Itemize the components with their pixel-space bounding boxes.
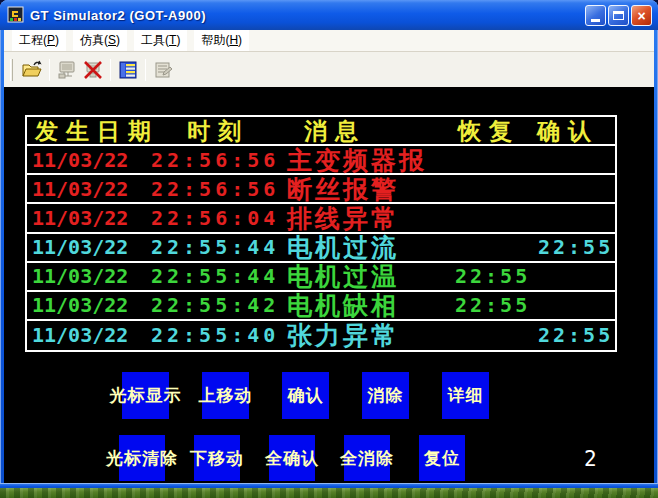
simulate-stop-button[interactable] <box>80 57 106 83</box>
clear-button[interactable]: 消除 <box>362 372 409 419</box>
header-recovery: 恢复 <box>458 115 520 146</box>
minimize-button[interactable] <box>585 5 606 26</box>
alarm-time: 22:55:42 <box>151 293 279 317</box>
alarm-message: 断丝报警 <box>287 172 399 205</box>
alarm-row[interactable]: 11/03/22 22:55:40 张力异常 22:55 <box>27 321 615 350</box>
open-folder-icon <box>21 60 43 80</box>
detail-button[interactable]: 详细 <box>442 372 489 419</box>
alarm-row[interactable]: 11/03/22 22:55:44 电机过流 22:55 <box>27 234 615 263</box>
device-monitor-button[interactable] <box>115 57 141 83</box>
alarm-date: 11/03/22 <box>32 148 128 172</box>
alarm-header-row: 发生日期 时刻 消息 恢复 确认 <box>27 117 615 146</box>
minimize-icon <box>591 19 600 22</box>
properties-icon <box>152 60 174 80</box>
alarm-recovery-time: 22:55 <box>455 264 530 288</box>
alarm-time: 22:56:04 <box>151 206 279 230</box>
alarm-message: 电机过温 <box>287 260 399 293</box>
simulate-start-button <box>54 57 80 83</box>
header-ack: 确认 <box>537 115 599 146</box>
alarm-row[interactable]: 11/03/22 22:56:04 排线异常 <box>27 204 615 233</box>
alarm-time: 22:55:44 <box>151 264 279 288</box>
alarm-recovery-time: 22:55 <box>455 293 530 317</box>
application-window: GT Simulator2 (GOT-A900) × 工程(P) 仿真(S) 工… <box>0 0 658 490</box>
toolbar-separator <box>49 59 50 81</box>
toolbar-separator <box>145 59 146 81</box>
cursor-clear-button[interactable]: 光标清除 <box>119 435 165 481</box>
ack-button[interactable]: 确认 <box>282 372 329 419</box>
alarm-message: 电机缺相 <box>287 289 399 322</box>
alarm-row[interactable]: 11/03/22 22:56:56 断丝报警 <box>27 175 615 204</box>
header-time: 时刻 <box>187 115 249 146</box>
alarm-date: 11/03/22 <box>32 206 128 230</box>
app-icon <box>7 6 25 24</box>
alarm-date: 11/03/22 <box>32 293 128 317</box>
got-screen: 发生日期 时刻 消息 恢复 确认 11/03/22 22:56:56 主变频器报… <box>4 87 654 483</box>
close-icon: × <box>637 8 645 24</box>
maximize-button[interactable] <box>608 5 629 26</box>
page-number: 2 <box>584 447 597 471</box>
cursor-show-button[interactable]: 光标显示 <box>122 372 169 419</box>
ack-all-button[interactable]: 全确认 <box>269 435 315 481</box>
alarm-message: 排线异常 <box>287 201 399 234</box>
menu-item-simulate[interactable]: 仿真(S) <box>73 30 127 51</box>
alarm-time: 22:55:44 <box>151 235 279 259</box>
alarm-row[interactable]: 11/03/22 22:55:44 电机过温 22:55 <box>27 263 615 292</box>
device-monitor-icon <box>117 60 139 80</box>
clear-all-button[interactable]: 全消除 <box>344 435 390 481</box>
alarm-row[interactable]: 11/03/22 22:56:56 主变频器报 <box>27 146 615 175</box>
window-title: GT Simulator2 (GOT-A900) <box>30 8 206 23</box>
alarm-date: 11/03/22 <box>32 177 128 201</box>
alarm-time: 22:56:56 <box>151 177 279 201</box>
menubar: 工程(P) 仿真(S) 工具(T) 帮助(H) <box>4 30 654 52</box>
move-down-button[interactable]: 下移动 <box>194 435 240 481</box>
simulate-stop-icon <box>82 60 104 80</box>
toolbar <box>4 52 654 87</box>
header-date: 发生日期 <box>35 115 159 146</box>
alarm-date: 11/03/22 <box>32 323 128 347</box>
titlebar[interactable]: GT Simulator2 (GOT-A900) × <box>0 0 658 30</box>
alarm-message: 张力异常 <box>287 319 399 352</box>
alarm-message: 主变频器报 <box>287 143 427 176</box>
close-button[interactable]: × <box>631 5 652 26</box>
alarm-row[interactable]: 11/03/22 22:55:42 电机缺相 22:55 <box>27 292 615 321</box>
desktop-wallpaper-grass <box>0 488 658 498</box>
move-up-button[interactable]: 上移动 <box>202 372 249 419</box>
reset-button[interactable]: 复位 <box>419 435 465 481</box>
menu-item-project[interactable]: 工程(P) <box>12 30 66 51</box>
alarm-table: 发生日期 时刻 消息 恢复 确认 11/03/22 22:56:56 主变频器报… <box>25 115 617 352</box>
alarm-time: 22:55:40 <box>151 323 279 347</box>
open-project-button[interactable] <box>19 57 45 83</box>
simulate-start-icon <box>56 60 78 80</box>
alarm-message: 电机过流 <box>287 231 399 264</box>
menu-item-tools[interactable]: 工具(T) <box>134 30 187 51</box>
menu-item-help[interactable]: 帮助(H) <box>194 30 249 51</box>
alarm-date: 11/03/22 <box>32 264 128 288</box>
toolbar-separator <box>110 59 111 81</box>
alarm-ack-time: 22:55 <box>538 323 613 347</box>
alarm-ack-time: 22:55 <box>538 235 613 259</box>
header-message: 消息 <box>304 115 366 146</box>
toolbar-grip <box>10 59 13 81</box>
maximize-icon <box>613 11 624 20</box>
alarm-date: 11/03/22 <box>32 235 128 259</box>
properties-button <box>150 57 176 83</box>
alarm-time: 22:56:56 <box>151 148 279 172</box>
